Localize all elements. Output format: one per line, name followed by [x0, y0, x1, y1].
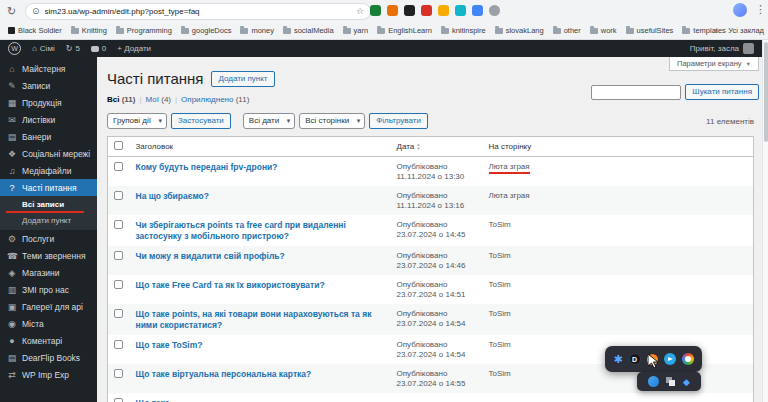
post-title-link[interactable]: Що таке ToSim?	[136, 340, 203, 351]
sidebar-item-dashboard[interactable]: ⌂Майстерня	[0, 60, 97, 77]
blue-app-icon[interactable]	[648, 376, 659, 387]
search-input[interactable]	[591, 85, 681, 100]
adminbar-updates[interactable]: ↻ 5	[66, 44, 80, 53]
sidebar-item-media[interactable]: ♫Медіафайли	[0, 162, 97, 179]
extension-icon[interactable]	[421, 5, 432, 16]
filter-button[interactable]: Фільтрувати	[369, 113, 428, 129]
pages-filter-select[interactable]: Всі сторінки	[299, 113, 365, 129]
extensions-puzzle-icon[interactable]	[489, 5, 500, 16]
sidebar-item-topics[interactable]: ☎Теми звернення	[0, 247, 97, 264]
search-button[interactable]: Шукати питання	[685, 84, 759, 100]
sidebar-item-posts[interactable]: ✎Записи	[0, 77, 97, 94]
adminbar-new-button[interactable]: + Додати	[117, 44, 151, 53]
browser-app-icon[interactable]	[682, 353, 694, 365]
post-title-link[interactable]: Що таке віртуальна персональна картка?	[136, 369, 312, 380]
sidebar-item-faq[interactable]: ?Часті питання	[0, 179, 97, 196]
row-checkbox[interactable]	[114, 162, 123, 171]
bookmark-item[interactable]: other	[553, 26, 581, 35]
sidebar-item-wpimpexp[interactable]: ⇄WP Imp Exp	[0, 366, 97, 383]
extension-icon[interactable]	[370, 5, 381, 16]
sidebar-item-press[interactable]: ▥ЗМІ про нас	[0, 281, 97, 298]
sidebar-item-services[interactable]: ⚙Послуги	[0, 230, 97, 247]
bookmark-item[interactable]: templates	[682, 26, 726, 35]
column-title[interactable]: Заголовок	[130, 137, 391, 157]
bookmark-item[interactable]: googleDocs	[181, 26, 232, 35]
sidebar-item-postcards[interactable]: ✉Листівки	[0, 111, 97, 128]
bookmark-star-icon[interactable]: ☆	[356, 7, 364, 16]
bookmark-item[interactable]: yarn	[343, 26, 369, 35]
add-item-button[interactable]: Додати пункт	[211, 71, 274, 87]
dates-filter-select[interactable]: Всі дати	[243, 113, 295, 129]
wordpress-logo-icon[interactable]: W	[8, 42, 21, 55]
post-title-link[interactable]: На що збираємо?	[136, 191, 210, 202]
browser-profile-avatar[interactable]	[733, 3, 747, 17]
all-bookmarks-label[interactable]: Усі заклад	[728, 26, 764, 35]
scrollbar[interactable]	[762, 40, 768, 402]
view-published-link[interactable]: Оприлюднено (11)	[181, 95, 249, 104]
extension-icon[interactable]	[472, 5, 483, 16]
post-title-link[interactable]: Чи зберігаються points та free card при …	[136, 220, 385, 242]
column-date[interactable]: Дата▲▼	[391, 137, 483, 157]
table-row: На що збираємо? Опубліковано11.11.2024 о…	[108, 186, 754, 215]
submenu-add-item[interactable]: Додати пункт	[0, 214, 97, 227]
browser-menu-icon[interactable]: ⋮	[755, 3, 766, 16]
bookmarks-overflow-icon[interactable]: »	[713, 26, 718, 36]
sidebar-item-cities[interactable]: ◉Міста	[0, 315, 97, 332]
extension-icon[interactable]	[404, 5, 415, 16]
scrollbar-thumb[interactable]	[764, 42, 768, 142]
sidebar-item-products[interactable]: ▦Продукція	[0, 94, 97, 111]
post-title-link[interactable]: Кому будуть передані fpv-дрони?	[136, 162, 278, 173]
apply-button[interactable]: Застосувати	[171, 113, 231, 129]
bookmark-item[interactable]: Black Soldier	[8, 26, 62, 35]
asterisk-app-icon[interactable]: ✱	[613, 353, 622, 365]
adminbar-comments[interactable]: 0	[91, 44, 106, 53]
row-checkbox[interactable]	[114, 398, 123, 402]
address-bar[interactable]: ⊙ sim23.ua/wp-admin/edit.php?post_type=f…	[25, 3, 371, 20]
row-checkbox[interactable]	[114, 340, 123, 349]
post-title-link[interactable]: Що таке points, на які товари вони нарах…	[136, 309, 385, 331]
sidebar-item-stores[interactable]: ◈Магазини	[0, 264, 97, 281]
sidebar-item-banners[interactable]: ▤Банери	[0, 128, 97, 145]
d-app-icon[interactable]: D	[629, 353, 641, 365]
extension-icon[interactable]	[438, 5, 449, 16]
submenu-all-posts[interactable]: Всі записи	[0, 198, 97, 211]
bookmark-item[interactable]: knitinspire	[441, 26, 486, 35]
row-checkbox[interactable]	[114, 251, 123, 260]
bookmark-item[interactable]: money	[240, 26, 274, 35]
row-checkbox[interactable]	[114, 220, 123, 229]
bulk-actions-select[interactable]: Групові дії	[107, 113, 167, 129]
adminbar-site-name[interactable]: ⌂ Сімі	[32, 44, 55, 53]
sidebar-item-social[interactable]: ❖Соціальні мережі	[0, 145, 97, 162]
view-mine-link[interactable]: Мої (4)	[146, 95, 171, 104]
bookmark-item[interactable]: usefulSites	[626, 26, 674, 35]
post-title-link[interactable]: Чи можу я видалити свій профіль?	[136, 251, 285, 262]
row-checkbox[interactable]	[114, 309, 123, 318]
bookmark-item[interactable]: socialMedia	[283, 26, 334, 35]
bookmark-item[interactable]: EnglishLearn	[377, 26, 432, 35]
sidebar-item-galleries[interactable]: ▣Галереї для арі	[0, 298, 97, 315]
bookmark-item[interactable]: Knitting	[71, 26, 107, 35]
site-info-icon[interactable]: ⊙	[32, 7, 40, 16]
bookmark-item[interactable]: work	[590, 26, 617, 35]
diamond-app-icon[interactable]: ◆	[683, 377, 690, 387]
bookmark-item[interactable]: slovakLang	[495, 26, 544, 35]
greeting-label[interactable]: Привіт, засла	[690, 44, 739, 53]
view-all-link[interactable]: Всі (11)	[107, 95, 135, 104]
post-title-link[interactable]: Що таке Free Card та як їх використовува…	[136, 280, 325, 291]
row-checkbox[interactable]	[114, 369, 123, 378]
row-checkbox[interactable]	[114, 280, 123, 289]
faq-icon: ?	[7, 183, 17, 193]
extension-icon[interactable]	[387, 5, 398, 16]
url-text[interactable]: sim23.ua/wp-admin/edit.php?post_type=faq	[45, 7, 351, 16]
screen-options-button[interactable]: Параметри екрану ▼	[669, 57, 759, 71]
windows-stack-icon[interactable]	[666, 377, 676, 387]
bookmark-item[interactable]: Programming	[116, 26, 172, 35]
sidebar-item-comments[interactable]: ●Коментарі	[0, 332, 97, 349]
row-checkbox[interactable]	[114, 191, 123, 200]
sidebar-item-dearflip[interactable]: ▤DearFlip Books	[0, 349, 97, 366]
select-all-checkbox[interactable]	[114, 141, 123, 150]
extension-icon[interactable]	[455, 5, 466, 16]
post-title-link[interactable]: Що таке…	[136, 398, 179, 402]
refresh-icon[interactable]: ↻	[7, 4, 16, 18]
telegram-app-icon[interactable]	[664, 353, 676, 365]
